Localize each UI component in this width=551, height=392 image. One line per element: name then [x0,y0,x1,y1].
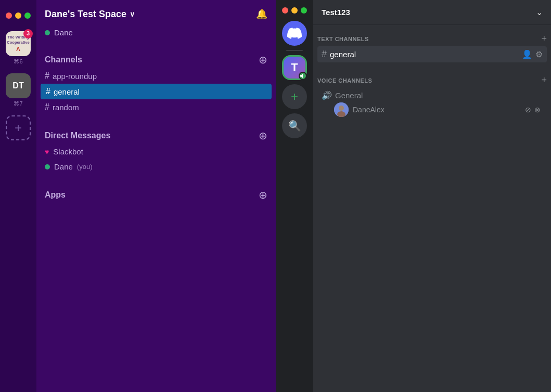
discord-sidebar-separator [286,50,303,51]
channel-name-random: random [53,103,79,112]
icon-sidebar: 3 The WritingCooperativeΛ ⌘6 DT ⌘7 + [0,0,36,392]
add-workspace-button[interactable]: + [6,115,31,140]
add-member-icon[interactable]: 👤 [522,49,532,59]
voice-member-avatar-danealex [334,102,349,117]
speaking-indicator [299,72,307,80]
hash-icon: # [45,102,49,112]
workspace-name-label: Dane's Test Space [45,9,126,20]
voice-channel-name-general: General [335,91,363,100]
server-header[interactable]: Test123 ⌄ [313,0,551,25]
hash-icon: # [322,49,327,60]
channels-section-header[interactable]: Channels ⊕ [36,49,276,68]
voice-member-action-icons: ⊘ ⊗ [525,106,541,114]
channel-item-general[interactable]: # general [41,84,272,99]
left-panel: 3 The WritingCooperativeΛ ⌘6 DT ⌘7 + Dan… [0,0,276,392]
server-name: Test123 [322,8,350,17]
voice-channels-label: VOICE CHANNELS [317,77,372,84]
channel-name-general: general [54,87,80,96]
workspace-shortcut-writing-coop: ⌘6 [14,58,22,65]
voice-channels-section-header[interactable]: VOICE CHANNELS + [313,67,551,88]
traffic-lights [0,6,39,23]
discord-logo-icon[interactable] [282,21,307,46]
voice-channel-header[interactable]: 🔊 General [322,90,543,100]
discord-fullscreen-button[interactable] [301,7,307,14]
channel-item-random[interactable]: # random [36,99,276,115]
voice-member-name-danealex: DaneAlex [353,106,521,114]
channel-action-icons: 👤 ⚙ [522,49,543,59]
channels-section-label: Channels [45,55,82,64]
add-channel-button[interactable]: ⊕ [259,54,267,66]
discord-channel-list: Test123 ⌄ TEXT CHANNELS + # general 👤 ⚙ … [313,0,551,392]
text-channels-section-header[interactable]: TEXT CHANNELS + [313,25,551,46]
explore-servers-button[interactable]: 🔍 [282,113,307,138]
avatar-svg [334,102,349,117]
mute-member-icon[interactable]: ⊘ [525,106,531,114]
dm-item-slackbot[interactable]: ♥ Slackbot [36,144,276,159]
workspace-header: Dane's Test Space ∨ 🔔 [36,8,276,28]
plus-icon: + [15,121,22,135]
server-initial: T [291,61,298,74]
user-status: Dane [36,28,276,49]
hash-icon: # [46,87,50,96]
server-menu-chevron-icon: ⌄ [536,7,543,17]
workspace-initials-dt: DT [12,81,23,90]
deafen-member-icon[interactable]: ⊗ [534,106,541,114]
add-server-button[interactable]: + [282,84,307,109]
speaker-small-icon [300,73,305,79]
discord-close-button[interactable] [282,7,288,14]
discord-server-icon[interactable]: T [282,55,307,80]
fullscreen-button[interactable] [24,12,31,19]
search-icon: 🔍 [288,120,301,132]
add-voice-channel-button[interactable]: + [541,75,547,86]
discord-channel-item-general[interactable]: # general 👤 ⚙ [317,46,547,62]
you-label: (you) [77,163,93,171]
voice-member-danealex[interactable]: DaneAlex ⊘ ⊗ [322,100,543,119]
discord-minimize-button[interactable] [291,7,298,14]
online-dot [45,164,50,169]
minimize-button[interactable] [15,12,21,19]
dm-name-dane: Dane [54,162,73,171]
dm-name-slackbot: Slackbot [53,147,83,156]
add-dm-button[interactable]: ⊕ [259,129,267,142]
speaker-icon: 🔊 [322,90,332,100]
notification-badge: 3 [23,29,33,38]
apps-section-header[interactable]: Apps ⊕ [36,185,276,203]
channel-item-app-roundup[interactable]: # app-roundup [36,68,276,84]
text-channels-label: TEXT CHANNELS [317,36,369,42]
main-sidebar: Dane's Test Space ∨ 🔔 Dane Channels ⊕ # … [36,0,276,392]
workspace-icon-dt[interactable]: DT [6,73,31,98]
workspace-chevron-icon: ∨ [130,10,135,18]
dm-section-label: Direct Messages [45,131,110,140]
channel-settings-icon[interactable]: ⚙ [535,49,543,59]
discord-sidebar: T + 🔍 [276,0,313,392]
online-status-dot [45,30,50,35]
workspace-icon-writing-coop[interactable]: 3 The WritingCooperativeΛ [6,31,31,56]
add-text-channel-button[interactable]: + [541,33,547,44]
hash-icon: # [45,71,49,81]
discord-svg [287,26,302,41]
notifications-bell-icon[interactable]: 🔔 [256,8,267,20]
right-panel: T + 🔍 Test123 ⌄ TEXT CHANNELS + [276,0,551,392]
dm-section-header[interactable]: Direct Messages ⊕ [36,125,276,144]
current-user-name: Dane [54,28,73,37]
heart-icon: ♥ [45,148,49,156]
add-app-button[interactable]: ⊕ [259,189,267,201]
channel-name-app-roundup: app-roundup [53,72,97,81]
discord-traffic-lights [282,6,307,17]
close-button[interactable] [6,12,12,19]
workspace-shortcut-dt: ⌘7 [14,100,22,107]
apps-section-label: Apps [45,190,66,200]
workspace-name[interactable]: Dane's Test Space ∨ [45,9,135,20]
svg-point-1 [339,106,344,111]
voice-channel-general: 🔊 General DaneAlex ⊘ ⊗ [317,88,547,122]
discord-channel-name-general: general [330,50,519,59]
dm-item-dane[interactable]: Dane (you) [36,159,276,174]
add-server-icon: + [291,89,298,104]
